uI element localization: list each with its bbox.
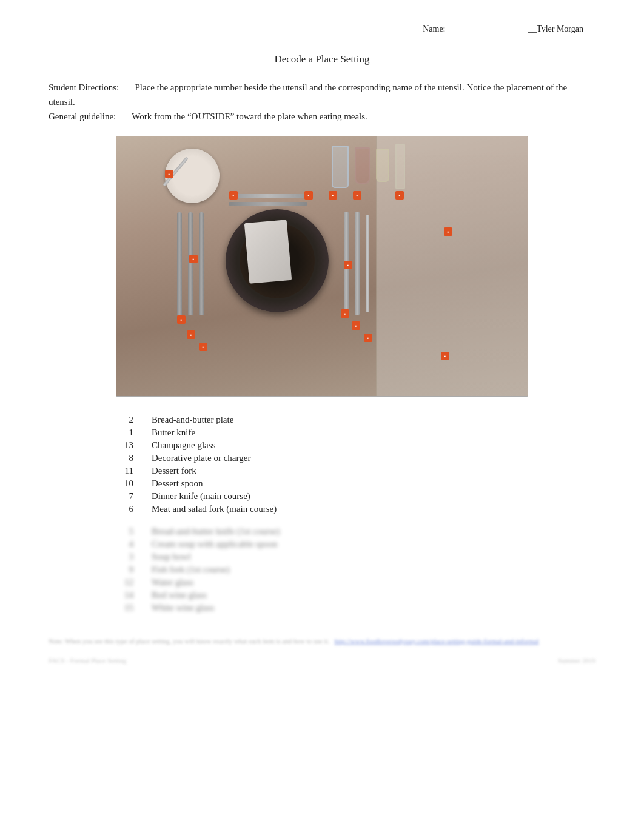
utensil-name: Bread-and-butter plate [152,415,233,425]
utensil-number: 7 [121,491,152,501]
utensil-name: Dessert spoon [152,478,203,489]
place-setting-image: ▪ ▪ ▪ ▪ ▪ ▪ ▪ ▪ ▪ ▪ ▪ ▪ ▪ ▪ ▪ ▪ [116,136,528,397]
marker-11: ▪ [187,330,195,339]
utensil-row: 1 Butter knife [121,428,595,438]
utensil-number: 11 [121,466,152,476]
marker-9: ▪ [344,261,352,269]
footer-right: Summer 2019 [558,657,595,664]
utensil-number: 13 [121,440,152,451]
utensil-row-blurred: 3 Soup bowl [121,552,595,562]
utensil-number: 14 [121,590,152,600]
name-label: Name: [423,24,445,33]
name-value: __Tyler Morgan [450,24,583,35]
utensil-name: Meat and salad fork (main course) [152,504,277,514]
footer-bottom: FACS - Formal Place Setting Summer 2019 [49,657,595,664]
utensil-list-visible: 2 Bread-and-butter plate 1 Butter knife … [121,415,595,514]
utensil-row-blurred: 15 White wine glass [121,603,595,613]
marker-3: ▪ [304,191,313,200]
marker-14: ▪ [352,321,360,330]
utensil-number: 15 [121,603,152,613]
utensil-number: 3 [121,552,152,562]
utensil-name: Decorative plate or charger [152,453,250,463]
utensil-number: 1 [121,428,152,438]
name-line: Name: __Tyler Morgan [49,24,595,35]
utensil-name: Cream soup with applicable spoon [152,539,277,549]
general-guideline-label: General guideline: [49,112,116,121]
utensil-row-blurred: 4 Cream soup with applicable spoon [121,539,595,549]
utensil-row-blurred: 12 Water glass [121,577,595,588]
utensil-name: White wine glass [152,603,214,613]
utensil-name: Butter knife [152,428,195,438]
utensil-name: Champagne glass [152,440,215,451]
utensil-name: Dessert fork [152,466,196,476]
marker-13: ▪ [341,309,349,318]
footer-text: Note: When you see this type of place se… [49,637,595,645]
marker-4: ▪ [329,191,337,200]
student-directions-label: Student Directions: [49,82,119,92]
marker-10: ▪ [177,315,186,324]
general-guideline-text: Work from the “OUTSIDE” toward the plate… [132,112,367,121]
utensil-name: Water glass [152,577,193,588]
utensil-number: 10 [121,478,152,489]
marker-1: ▪ [229,191,238,200]
utensil-row: 6 Meat and salad fork (main course) [121,504,595,514]
utensil-row: 13 Champagne glass [121,440,595,451]
utensil-row-blurred: 9 Fish fork (1st course) [121,565,595,575]
utensil-row: 2 Bread-and-butter plate [121,415,595,425]
utensil-name: Soup bowl [152,552,191,562]
marker-16: ▪ [441,352,449,360]
utensil-row: 11 Dessert fork [121,466,595,476]
footer-link: http://www.foodloversodyssey.com/place-s… [334,637,538,645]
utensil-number: 4 [121,539,152,549]
utensil-name: Dinner knife (main course) [152,491,250,501]
utensil-row: 8 Decorative plate or charger [121,453,595,463]
marker-6: ▪ [395,191,404,200]
footer-note: Note: When you see this type of place se… [49,637,329,645]
utensil-row-blurred: 5 Bread-and-butter knife (1st course) [121,526,595,537]
utensil-number: 9 [121,565,152,575]
utensil-number: 5 [121,526,152,537]
marker-8: ▪ [189,255,198,263]
utensil-name: Bread-and-butter knife (1st course) [152,526,280,537]
utensil-row: 7 Dinner knife (main course) [121,491,595,501]
marker-5: ▪ [353,191,361,200]
student-directions-text: Place the appropriate number beside the … [49,82,567,107]
marker-2: ▪ [165,170,173,178]
utensil-number: 6 [121,504,152,514]
page-title: Decode a Place Setting [49,53,595,65]
utensil-name: Red wine glass [152,590,207,600]
utensil-number: 12 [121,577,152,588]
footer-left: FACS - Formal Place Setting [49,657,126,664]
utensil-row-blurred: 14 Red wine glass [121,590,595,600]
utensil-number: 8 [121,453,152,463]
utensil-row: 10 Dessert spoon [121,478,595,489]
directions-block: Student Directions: Place the appropriat… [49,80,595,124]
utensil-number: 2 [121,415,152,425]
marker-12: ▪ [199,343,207,351]
utensil-name: Fish fork (1st course) [152,565,230,575]
utensil-list-blurred: 5 Bread-and-butter knife (1st course) 4 … [121,526,595,613]
marker-15: ▪ [364,334,372,342]
marker-7: ▪ [444,227,452,236]
